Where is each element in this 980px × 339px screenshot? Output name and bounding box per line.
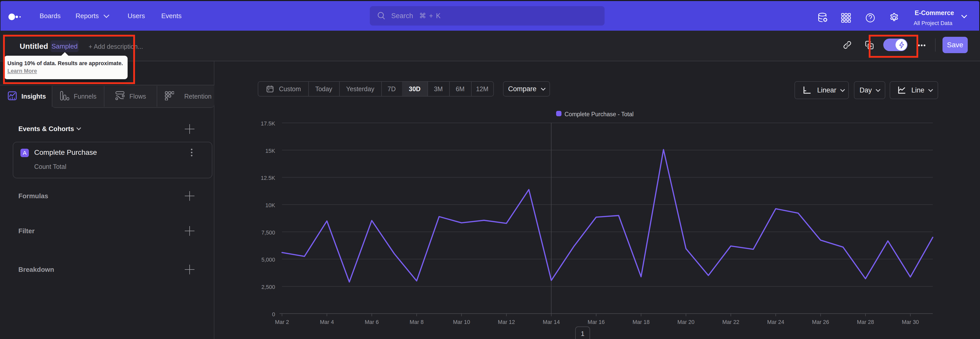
svg-text:Mar 14: Mar 14 [543, 319, 560, 325]
svg-text:Mar 30: Mar 30 [902, 319, 919, 325]
svg-text:Mar 6: Mar 6 [365, 319, 379, 325]
svg-text:7,500: 7,500 [261, 230, 275, 236]
svg-text:Mar 26: Mar 26 [812, 319, 829, 325]
svg-text:Mar 4: Mar 4 [320, 319, 334, 325]
svg-text:Mar 16: Mar 16 [588, 319, 605, 325]
svg-text:Mar 2: Mar 2 [275, 319, 289, 325]
svg-text:Mar 8: Mar 8 [410, 319, 424, 325]
svg-text:10K: 10K [266, 202, 275, 208]
svg-text:0: 0 [272, 312, 275, 318]
svg-text:Mar 10: Mar 10 [453, 319, 470, 325]
svg-text:12.5K: 12.5K [261, 175, 275, 181]
svg-text:15K: 15K [266, 148, 275, 154]
svg-text:Mar 28: Mar 28 [857, 319, 874, 325]
svg-text:Mar 20: Mar 20 [677, 319, 694, 325]
svg-text:Mar 24: Mar 24 [767, 319, 784, 325]
svg-text:Complete Purchase - Total: Complete Purchase - Total [565, 111, 634, 118]
svg-text:Mar 12: Mar 12 [498, 319, 515, 325]
svg-text:1: 1 [581, 330, 584, 337]
svg-text:2,500: 2,500 [261, 284, 275, 290]
svg-text:5,000: 5,000 [261, 257, 275, 263]
svg-text:17.5K: 17.5K [261, 121, 275, 127]
svg-text:Mar 22: Mar 22 [722, 319, 739, 325]
svg-text:Mar 18: Mar 18 [632, 319, 649, 325]
